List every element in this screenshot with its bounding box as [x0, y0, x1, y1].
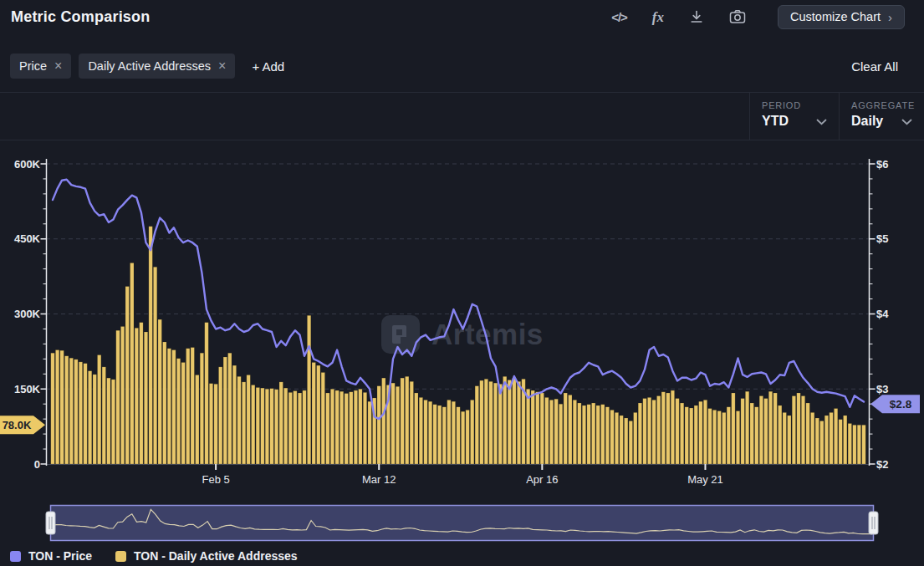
aggregate-label: AGGREGATE [851, 100, 924, 110]
period-label: PERIOD [762, 100, 839, 110]
daa-color-swatch [115, 551, 126, 562]
svg-text:450K: 450K [14, 232, 41, 245]
embed-code-icon[interactable]: </> [611, 11, 627, 23]
chevron-down-icon [816, 114, 827, 129]
add-metric-button[interactable]: + Add [252, 59, 284, 74]
legend-item-ton-price[interactable]: TON - Price [10, 549, 92, 563]
page-title: Metric Comparison [11, 8, 150, 26]
chart-legend: TON - Price TON - Daily Active Addresses [10, 549, 298, 563]
svg-text:$5: $5 [876, 232, 888, 245]
metric-comparison-panel: Metric Comparison </> fx Customize Chart… [0, 0, 924, 566]
svg-text:150K: 150K [14, 383, 41, 395]
period-value: YTD [762, 114, 789, 129]
remove-metric-icon[interactable]: × [54, 59, 62, 73]
navigator-handle-right[interactable] [869, 512, 878, 534]
comparison-chart[interactable]: 0150K300K450K600K$2$3$4$5$6Feb 5Mar 12Ap… [0, 140, 924, 504]
navigator-selected-range[interactable] [51, 506, 874, 541]
legend-item-ton-daily-active-addresses[interactable]: TON - Daily Active Addresses [115, 549, 298, 563]
remove-metric-icon[interactable]: × [218, 59, 226, 73]
metric-tag-price[interactable]: Price × [10, 54, 71, 79]
svg-text:$4: $4 [876, 308, 889, 320]
aggregate-dropdown[interactable]: AGGREGATE Daily [839, 93, 924, 140]
svg-text:$3: $3 [876, 383, 888, 395]
range-navigator[interactable] [0, 502, 924, 545]
price-color-swatch [10, 551, 21, 562]
svg-text:Feb 5: Feb 5 [202, 473, 229, 486]
daa-bars-series [51, 227, 865, 464]
metric-tags-row: Price × Daily Active Addresses × + Add C… [0, 43, 924, 89]
chevron-right-icon: › [888, 10, 892, 24]
aggregate-value: Daily [851, 114, 883, 129]
clear-all-button[interactable]: Clear All [851, 59, 898, 74]
camera-screenshot-icon[interactable] [729, 9, 746, 24]
metric-tag-daily-active-addresses[interactable]: Daily Active Addresses × [79, 54, 235, 79]
metric-tag-label: Daily Active Addresses [88, 59, 211, 73]
svg-text:78.0K: 78.0K [3, 419, 32, 431]
chevron-down-icon [901, 114, 912, 129]
svg-text:$2: $2 [876, 458, 888, 471]
chart-controls-band: PERIOD YTD AGGREGATE Daily [0, 92, 924, 140]
svg-text:$6: $6 [876, 158, 888, 171]
navigator-handle-left[interactable] [46, 512, 55, 534]
chart-area: Artemis 0150K300K450K600K$2$3$4$5$6Feb 5… [0, 140, 924, 504]
svg-text:Apr 16: Apr 16 [526, 473, 558, 486]
metric-tag-label: Price [19, 59, 47, 73]
download-icon[interactable] [689, 9, 704, 24]
svg-text:Mar 12: Mar 12 [362, 473, 396, 486]
svg-text:0: 0 [34, 458, 40, 471]
svg-text:May 21: May 21 [687, 473, 723, 486]
formula-fx-icon[interactable]: fx [652, 10, 664, 24]
customize-chart-label: Customize Chart [790, 10, 881, 23]
header: Metric Comparison </> fx Customize Chart… [0, 0, 924, 33]
customize-chart-button[interactable]: Customize Chart › [778, 5, 905, 29]
toolbar: </> fx Customize Chart › [611, 5, 905, 29]
svg-text:600K: 600K [14, 158, 41, 171]
svg-text:$2.8: $2.8 [890, 398, 912, 410]
period-dropdown[interactable]: PERIOD YTD [749, 93, 839, 140]
svg-text:300K: 300K [14, 308, 41, 320]
